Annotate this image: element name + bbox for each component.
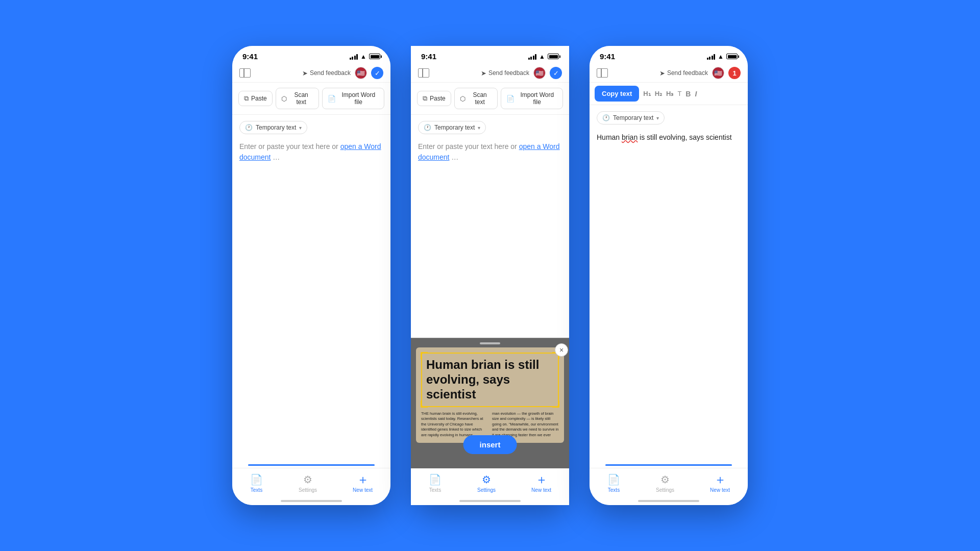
sidebar-toggle-3[interactable] (597, 68, 608, 78)
format-bold[interactable]: B (685, 90, 691, 98)
toolbar-right-3: ➤ Send feedback 🇺🇸 1 (659, 67, 741, 79)
wifi-icon-3: ▲ (718, 53, 724, 60)
phone-3: 9:41 ▲ ➤ Send feedback 🇺🇸 1 (590, 46, 748, 505)
copy-format-bar: Copy text H₁ H₂ H₃ T B I (590, 83, 748, 105)
status-time-3: 9:41 (600, 52, 615, 61)
format-t[interactable]: T (677, 90, 681, 97)
toolbar-right-1: ➤ Send feedback 🇺🇸 ✓ (302, 67, 383, 79)
scan-selection-box: Human brian is still evolving, says scie… (421, 353, 559, 407)
signal-bar (350, 58, 351, 60)
signal-bars-1 (350, 54, 358, 60)
newspaper-container: × Human brian is still evolving, says sc… (416, 347, 564, 443)
plus-icon-1: ＋ (357, 473, 369, 486)
nav-texts-1[interactable]: 📄 Texts (250, 473, 263, 502)
nav-new-text-3[interactable]: ＋ New text (710, 473, 730, 502)
corner-br (552, 400, 559, 408)
action-buttons-1: ⧉ Paste ⬡ Scan text 📄 Import Word file (232, 83, 390, 115)
signal-bar (530, 57, 532, 60)
texts-nav-label-1: Texts (251, 487, 262, 493)
scan-text-btn-2[interactable]: ⬡ Scan text (454, 88, 498, 109)
bottom-nav-1: 📄 Texts ⚙ Settings ＋ New text (232, 468, 390, 505)
article-text: Human brian is still evolving, says scie… (597, 132, 741, 143)
corner-bl (421, 400, 428, 408)
toolbar-left-3 (597, 68, 608, 78)
wifi-icon-1: ▲ (360, 53, 366, 60)
signal-bar (533, 56, 534, 60)
temp-text-selector-2[interactable]: 🕐 Temporary text ▾ (418, 121, 486, 134)
settings-nav-label-3: Settings (656, 487, 674, 493)
nav-new-text-1[interactable]: ＋ New text (353, 473, 373, 502)
nav-settings-2[interactable]: ⚙ Settings (477, 473, 496, 502)
paste-btn-2[interactable]: ⧉ Paste (417, 91, 451, 106)
nav-settings-1[interactable]: ⚙ Settings (299, 473, 317, 502)
send-feedback-btn-3[interactable]: ➤ Send feedback (659, 69, 708, 77)
signal-bar (707, 58, 708, 60)
signal-bar (712, 56, 713, 60)
temp-text-selector-1[interactable]: 🕐 Temporary text ▾ (239, 121, 307, 134)
nav-texts-2[interactable]: 📄 Texts (429, 473, 442, 502)
nav-texts-3[interactable]: 📄 Texts (607, 473, 620, 502)
content-area-3: 🕐 Temporary text ▾ Human brian is still … (590, 105, 748, 464)
copy-text-btn[interactable]: Copy text (595, 86, 639, 102)
bottom-nav-2: 📄 Texts ⚙ Settings ＋ New text (411, 468, 569, 505)
import-word-btn-1[interactable]: 📄 Import Word file (322, 88, 384, 109)
texts-nav-label-3: Texts (608, 487, 620, 493)
signal-bars-3 (707, 54, 716, 60)
plus-icon-3: ＋ (714, 473, 726, 486)
notification-badge-3[interactable]: 1 (728, 67, 741, 79)
scan-headline: Human brian is still evolving, says scie… (426, 358, 554, 402)
battery-fill (728, 55, 737, 58)
check-icon-2[interactable]: ✓ (550, 67, 562, 79)
insert-btn[interactable]: insert (463, 435, 517, 454)
phone-2: 9:41 ▲ ➤ Send feedback 🇺🇸 ✓ (411, 46, 569, 505)
send-icon-1: ➤ (302, 69, 308, 77)
sidebar-toggle-2[interactable] (418, 68, 429, 78)
sidebar-toggle-1[interactable] (239, 68, 251, 78)
signal-bar (356, 54, 358, 60)
scan-text-btn-1[interactable]: ⬡ Scan text (276, 88, 319, 109)
signal-bars-2 (528, 54, 537, 60)
chevron-icon-3: ▾ (656, 115, 659, 121)
paste-btn-1[interactable]: ⧉ Paste (238, 91, 273, 106)
check-icon-1[interactable]: ✓ (371, 67, 383, 79)
word-icon-2: 📄 (506, 95, 514, 103)
scan-overlay: × Human brian is still evolving, says sc… (411, 338, 569, 468)
status-icons-3: ▲ (707, 53, 738, 60)
new-text-nav-label-2: New text (531, 487, 551, 493)
plus-icon-2: ＋ (535, 473, 548, 486)
clock-icon-2: 🕐 (424, 124, 431, 131)
bottom-indicator-1 (248, 464, 375, 466)
format-h3[interactable]: H₃ (666, 90, 673, 97)
format-italic[interactable]: I (695, 90, 697, 98)
battery-icon-2 (548, 54, 559, 59)
paste-icon-1: ⧉ (244, 94, 249, 103)
battery-fill (371, 55, 379, 58)
nav-new-text-2[interactable]: ＋ New text (531, 473, 551, 502)
signal-bar (535, 54, 536, 60)
scan-icon-2: ⬡ (460, 95, 465, 103)
typo-word: brian (622, 133, 638, 141)
status-icons-2: ▲ (528, 53, 559, 60)
settings-nav-icon-3: ⚙ (660, 473, 670, 486)
placeholder-text-2: Enter or paste your text here or open a … (418, 141, 562, 163)
format-h2[interactable]: H₂ (655, 90, 662, 97)
scan-icon-1: ⬡ (281, 95, 287, 103)
status-bar-3: 9:41 ▲ (590, 46, 748, 64)
signal-bar (709, 57, 710, 60)
signal-bar (352, 57, 353, 60)
status-time-1: 9:41 (242, 52, 258, 61)
phone-1: 9:41 ▲ ➤ Send feedback 🇺🇸 ✓ (232, 46, 390, 505)
send-feedback-btn-1[interactable]: ➤ Send feedback (302, 69, 351, 77)
nav-settings-3[interactable]: ⚙ Settings (656, 473, 674, 502)
toolbar-left-1 (239, 68, 251, 78)
toolbar-right-2: ➤ Send feedback 🇺🇸 ✓ (481, 67, 562, 79)
temp-text-selector-3[interactable]: 🕐 Temporary text ▾ (597, 111, 665, 124)
status-bar-1: 9:41 ▲ (232, 46, 390, 64)
send-feedback-btn-2[interactable]: ➤ Send feedback (481, 69, 529, 77)
newspaper-col-1: THE human brain is still evolving, scien… (421, 411, 488, 438)
signal-bar (714, 54, 715, 60)
battery-icon-1 (369, 54, 380, 59)
import-word-btn-2[interactable]: 📄 Import Word file (501, 88, 563, 109)
format-h1[interactable]: H₁ (643, 90, 650, 97)
close-scan-btn[interactable]: × (555, 343, 568, 357)
